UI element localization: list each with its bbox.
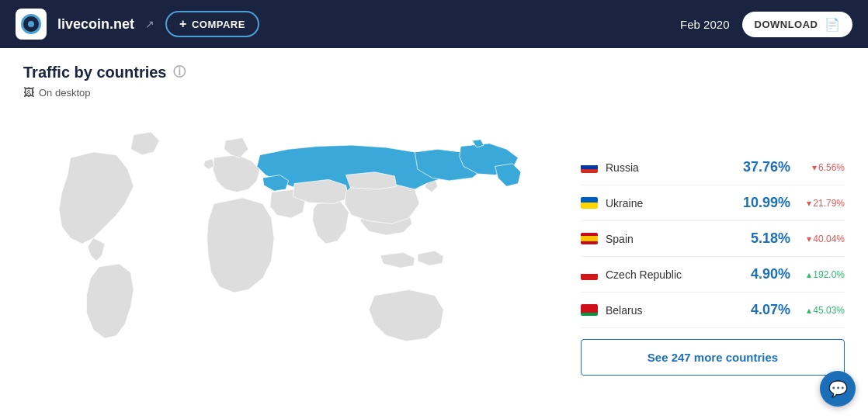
arrow-down-ukraine [807,198,811,209]
download-icon: 📄 [825,17,841,32]
stat-row-czech: Czech Republic 4.90% 192.0% [581,257,845,293]
world-map [23,123,565,387]
country-name-belarus: Belarus [606,304,728,317]
chat-icon: 💬 [828,379,848,398]
change-val-czech: 192.0% [813,269,845,280]
header-right: Feb 2020 DOWNLOAD 📄 [680,12,852,37]
flag-ukraine [581,197,598,209]
country-pct-russia: 37.76% [736,159,790,175]
country-change-czech: 192.0% [798,269,845,280]
arrow-down-spain [807,234,811,244]
logo-icon [21,14,41,34]
desktop-label-row: 🖼 On desktop [23,86,845,99]
change-val-russia: 6.56% [818,162,845,173]
flag-spain [581,233,598,244]
section-title: Traffic by countries [23,64,167,81]
stat-row-russia: Russia 37.76% 6.56% [581,150,845,185]
country-change-ukraine: 21.79% [798,198,845,209]
desktop-icon: 🖼 [23,86,34,99]
change-val-spain: 40.04% [813,234,845,244]
chat-bubble[interactable]: 💬 [820,371,856,407]
date-label: Feb 2020 [680,18,729,31]
header-left: livecoin.net ↗ + COMPARE [16,9,259,40]
country-pct-belarus: 4.07% [736,302,790,318]
country-pct-czech: 4.90% [736,266,790,282]
country-change-belarus: 45.03% [798,305,845,316]
main-area: Russia 37.76% 6.56% Ukraine 10.99% 21.79… [23,106,845,403]
site-name: livecoin.net [57,16,134,33]
flag-czech [581,268,598,280]
country-name-russia: Russia [606,161,728,174]
external-link-icon[interactable]: ↗ [145,18,155,30]
download-label: DOWNLOAD [755,19,818,30]
change-val-belarus: 45.03% [813,305,845,316]
country-pct-spain: 5.18% [736,230,790,247]
change-val-ukraine: 21.79% [813,198,845,209]
flag-russia [581,161,598,173]
desktop-label: On desktop [39,87,91,99]
map-area [23,106,565,403]
country-change-russia: 6.56% [798,162,845,173]
arrow-down-russia [812,162,817,173]
see-more-button[interactable]: See 247 more countries [581,339,845,376]
compare-button[interactable]: + COMPARE [165,11,259,37]
plus-icon: + [179,17,187,31]
arrow-up-czech [807,269,811,280]
arrow-up-belarus [807,305,811,316]
info-icon[interactable]: ⓘ [173,64,186,81]
logo-box [16,9,47,40]
country-name-czech: Czech Republic [606,268,728,281]
compare-label: COMPARE [192,19,245,30]
country-name-ukraine: Ukraine [606,197,728,210]
stat-row-spain: Spain 5.18% 40.04% [581,221,845,257]
flag-belarus [581,304,598,316]
content: Traffic by countries ⓘ 🖼 On desktop [0,48,868,419]
stat-row-belarus: Belarus 4.07% 45.03% [581,293,845,328]
country-change-spain: 40.04% [798,234,845,244]
country-pct-ukraine: 10.99% [736,195,790,211]
stat-row-ukraine: Ukraine 10.99% 21.79% [581,185,845,221]
stats-panel: Russia 37.76% 6.56% Ukraine 10.99% 21.79… [581,106,845,403]
download-button[interactable]: DOWNLOAD 📄 [742,12,853,37]
section-title-row: Traffic by countries ⓘ [23,64,845,81]
country-name-spain: Spain [606,233,728,245]
header: livecoin.net ↗ + COMPARE Feb 2020 DOWNLO… [0,0,868,48]
